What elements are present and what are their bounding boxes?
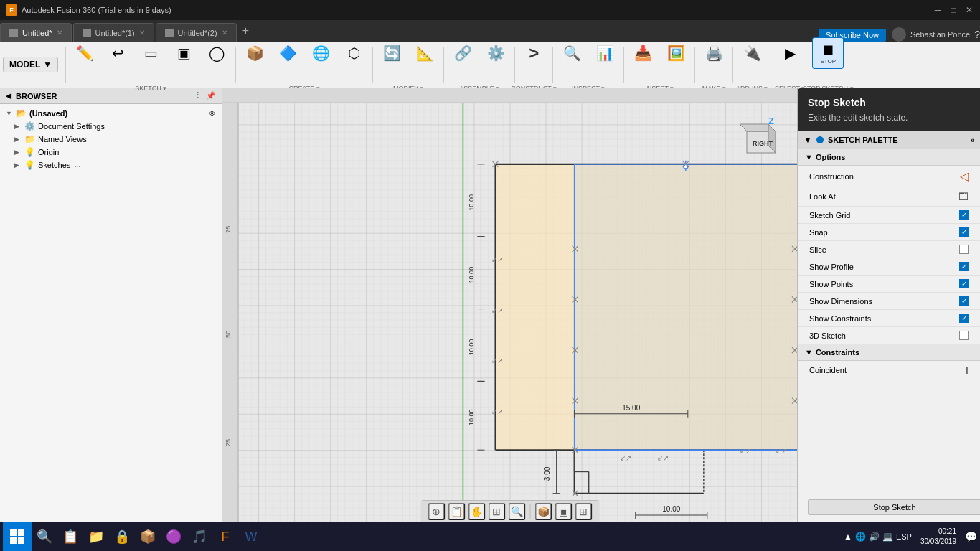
taskbar-lock-icon[interactable]: 🔒: [109, 524, 135, 550]
sketch-tool-btn-1[interactable]: ↩: [102, 37, 133, 69]
tab-close-0[interactable]: ✕: [57, 29, 62, 37]
palette-expand-btn[interactable]: »: [970, 136, 974, 144]
modify-btn-0[interactable]: 🔄: [376, 37, 407, 69]
select-btn-0[interactable]: ▶: [774, 37, 806, 69]
canvas-zoom-btn[interactable]: 🔍: [508, 503, 525, 520]
sidebar-collapse-btn[interactable]: ◀: [6, 92, 11, 100]
svg-text:RIGHT: RIGHT: [753, 140, 773, 147]
taskbar-search-icon[interactable]: 🔍: [32, 524, 57, 550]
taskbar-taskview-icon[interactable]: 📋: [57, 524, 83, 550]
tab-icon-0: [9, 29, 18, 37]
create-btn-3[interactable]: ⬡: [338, 37, 369, 69]
construction-icon[interactable]: ◁: [960, 169, 969, 183]
toolbar-group-insert: 📥 🖼️ INSERT ▾: [627, 37, 692, 92]
canvas-zoom-fit-btn[interactable]: ⊞: [488, 503, 505, 520]
modify-btn-1[interactable]: 📐: [409, 37, 440, 69]
canvas-view-btn-2[interactable]: ⊞: [575, 503, 592, 520]
inspect-btn-0[interactable]: 🔍: [556, 37, 588, 69]
eye-icon[interactable]: 👁: [209, 110, 216, 118]
canvas-view-btn-0[interactable]: 📦: [534, 503, 552, 520]
toolbar-group-addins: 🔌 ADD-INS ▾: [736, 37, 768, 92]
add-tab-button[interactable]: +: [238, 24, 253, 37]
sketches-icon: 💡: [24, 160, 35, 170]
tree-item-named-views[interactable]: ▶ 📁 Named Views: [0, 133, 222, 146]
view-cube[interactable]: Z RIGHT: [732, 110, 790, 167]
help-icon[interactable]: ?: [974, 29, 980, 40]
taskbar-fusion-icon[interactable]: F: [212, 524, 238, 550]
browser-options-icon[interactable]: ⋮: [194, 91, 202, 100]
stop-sketch-toolbar-btn[interactable]: ⏹STOP: [812, 37, 844, 69]
toolbar-separator-8: [732, 47, 733, 83]
toolbar-group-assemble: 🔗 ⚙️ ASSEMBLE ▾: [447, 37, 512, 92]
tray-icon-0[interactable]: ▲: [844, 532, 852, 542]
make-btn-0[interactable]: 🖨️: [698, 37, 730, 69]
look-at-icon[interactable]: 🗔: [958, 191, 969, 202]
sketch-tool-btn-2[interactable]: ▭: [135, 37, 166, 69]
options-collapse-icon: ▼: [805, 153, 813, 161]
canvas-toolbar: ⊕ 📋 ✋ ⊞ 🔍 📦 ▣ ⊞: [420, 500, 599, 522]
taskbar-word-icon[interactable]: W: [238, 524, 264, 550]
browser-pin-icon[interactable]: 📌: [206, 91, 216, 100]
tab-close-1[interactable]: ✕: [139, 29, 145, 37]
stop-sketch-button[interactable]: Stop Sketch: [808, 499, 980, 515]
create-btn-2[interactable]: 🌐: [305, 37, 336, 69]
lang-indicator[interactable]: ESP: [896, 532, 912, 541]
sketch-tool-btn-4[interactable]: ◯: [201, 37, 232, 69]
canvas-view-btn-1[interactable]: ▣: [555, 503, 572, 520]
toolbar: MODEL ▼ ✏️ ↩ ▭ ▣ ◯ SKETCH ▾ 📦 🔷 🌐 ⬡ CREA…: [0, 42, 980, 88]
tree-item-doc-settings[interactable]: ▶ ⚙️ Document Settings: [0, 120, 222, 133]
constraints-section-header[interactable]: ▼ Constraints: [798, 344, 980, 361]
svg-text:10.00: 10.00: [468, 409, 475, 425]
tab-untitled[interactable]: Untitled* ✕: [0, 23, 72, 42]
notifications-icon[interactable]: 💬: [965, 531, 977, 542]
assemble-btn-0[interactable]: 🔗: [447, 37, 479, 69]
maximize-button[interactable]: □: [948, 5, 958, 15]
slice-checkbox[interactable]: [959, 245, 969, 254]
canvas-pan-btn[interactable]: ✋: [468, 503, 485, 520]
sketch-tool-btn-3[interactable]: ▣: [168, 37, 199, 69]
assemble-btn-1[interactable]: ⚙️: [480, 37, 512, 69]
close-button[interactable]: ✕: [964, 5, 974, 15]
taskbar-explorer-icon[interactable]: 📁: [83, 524, 109, 550]
inspect-btn-1[interactable]: 📊: [589, 37, 621, 69]
canvas-snap-btn[interactable]: ⊕: [428, 503, 445, 520]
taskbar-app1-icon[interactable]: 🟣: [161, 524, 187, 550]
root-folder-icon: 📂: [16, 108, 27, 118]
show-constraints-checkbox[interactable]: ✓: [959, 314, 969, 323]
options-section-header[interactable]: ▼ Options: [798, 149, 980, 166]
model-selector[interactable]: MODEL ▼: [3, 57, 58, 72]
tray-icon-3[interactable]: 💻: [882, 532, 893, 542]
svg-text:10.00: 10.00: [468, 194, 475, 211]
taskbar-dropbox-icon[interactable]: 📦: [135, 524, 161, 550]
3d-sketch-checkbox[interactable]: [959, 331, 969, 340]
canvas-area[interactable]: 75 50 25: [222, 88, 797, 522]
constraints-collapse-icon: ▼: [805, 348, 813, 357]
tab-close-2[interactable]: ✕: [222, 29, 227, 37]
create-btn-1[interactable]: 🔷: [272, 37, 303, 69]
create-btn-0[interactable]: 📦: [239, 37, 270, 69]
canvas-copy-btn[interactable]: 📋: [448, 503, 465, 520]
tray-icon-1[interactable]: 🌐: [855, 532, 866, 542]
tray-icon-2[interactable]: 🔊: [869, 532, 880, 542]
sketch-grid-checkbox[interactable]: ✓: [959, 210, 969, 220]
tree-item-origin[interactable]: ▶ 💡 Origin: [0, 146, 222, 159]
show-dimensions-label: Show Dimensions: [809, 297, 959, 306]
sketch-tool-btn-0[interactable]: ✏️: [69, 37, 100, 69]
constraints-label: Constraints: [816, 348, 859, 357]
taskbar-spotify-icon[interactable]: 🎵: [187, 524, 212, 550]
minimize-button[interactable]: ─: [933, 5, 943, 15]
construct-btn-0[interactable]: >: [518, 37, 550, 69]
toolbar-separator-5: [552, 47, 553, 83]
addins-btn-0[interactable]: 🔌: [736, 37, 768, 69]
insert-btn-0[interactable]: 📥: [627, 37, 659, 69]
show-profile-checkbox[interactable]: ✓: [959, 262, 969, 271]
show-points-checkbox[interactable]: ✓: [959, 279, 969, 288]
start-button[interactable]: [3, 522, 32, 551]
svg-text:↙↗: ↙↗: [491, 255, 503, 263]
show-dimensions-checkbox[interactable]: ✓: [959, 296, 969, 306]
tree-item-sketches[interactable]: ▶ 💡 Sketches ...: [0, 159, 222, 171]
insert-btn-1[interactable]: 🖼️: [660, 37, 692, 69]
snap-checkbox[interactable]: ✓: [959, 227, 969, 237]
tree-item-root[interactable]: ▼ 📂 (Unsaved) 👁: [0, 107, 222, 120]
palette-collapse-icon[interactable]: ▼: [804, 135, 812, 145]
